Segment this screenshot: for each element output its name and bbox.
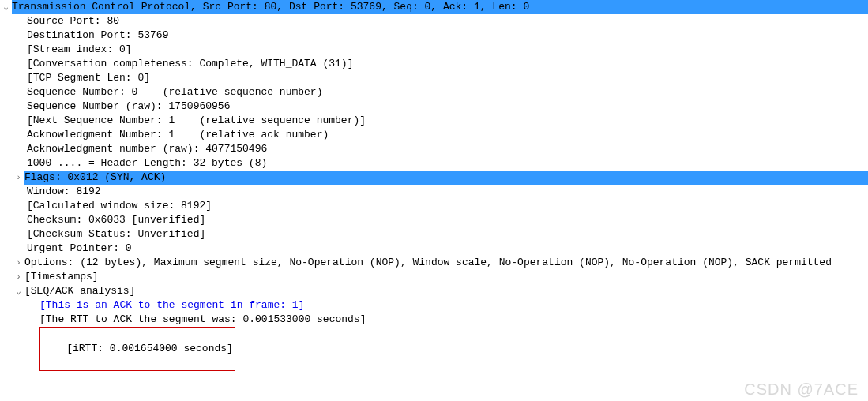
ack-frame-link[interactable]: [This is an ACK to the segment in frame:… [39,298,304,313]
seq-ack-analysis-text: [SEQ/ACK analysis] [24,284,135,298]
chevron-down-icon[interactable]: ⌄ [2,0,10,14]
seq-num-raw-row[interactable]: Sequence Number (raw): 1750960956 [0,99,868,114]
chevron-right-icon[interactable]: › [14,270,23,284]
source-port-row[interactable]: Source Port: 80 [0,14,868,28]
checksum-row[interactable]: Checksum: 0x6033 [unverified] [0,213,868,227]
timestamps-row[interactable]: › [Timestamps] [0,270,868,284]
dest-port-text: Destination Port: 53769 [27,28,168,43]
chevron-right-icon[interactable]: › [14,256,23,270]
ack-num-text: Acknowledgment Number: 1 (relative ack n… [27,128,329,142]
rtt-to-ack-row[interactable]: [The RTT to ACK the segment was: 0.00153… [0,313,868,327]
irtt-row[interactable]: [iRTT: 0.001654000 seconds] [0,327,868,371]
rtt-to-ack-text: [The RTT to ACK the segment was: 0.00153… [39,313,366,327]
irtt-text: [iRTT: 0.001654000 seconds] [66,343,233,354]
seq-ack-analysis-row[interactable]: ⌄ [SEQ/ACK analysis] [0,284,868,298]
calc-window-text: [Calculated window size: 8192] [27,199,212,213]
tcp-header-row[interactable]: ⌄ Transmission Control Protocol, Src Por… [0,0,868,14]
calc-window-row[interactable]: [Calculated window size: 8192] [0,199,868,213]
seq-num-text: Sequence Number: 0 (relative sequence nu… [27,85,322,99]
ack-link-row[interactable]: [This is an ACK to the segment in frame:… [0,298,868,313]
dest-port-row[interactable]: Destination Port: 53769 [0,28,868,43]
timestamps-text: [Timestamps] [24,270,99,284]
checksum-status-row[interactable]: [Checksum Status: Unverified] [0,227,868,242]
stream-index-row[interactable]: [Stream index: 0] [0,43,868,57]
source-port-text: Source Port: 80 [27,14,119,28]
header-len-text: 1000 .... = Header Length: 32 bytes (8) [27,156,267,171]
flags-row[interactable]: › Flags: 0x012 (SYN, ACK) [0,171,868,185]
next-seq-text: [Next Sequence Number: 1 (relative seque… [27,114,366,128]
conv-completeness-text: [Conversation completeness: Complete, WI… [27,57,353,71]
tcp-seg-len-text: [TCP Segment Len: 0] [27,71,150,85]
ack-num-raw-text: Acknowledgment number (raw): 4077150496 [27,142,267,156]
checksum-text: Checksum: 0x6033 [unverified] [27,213,205,227]
tcp-seg-len-row[interactable]: [TCP Segment Len: 0] [0,71,868,85]
chevron-down-icon[interactable]: ⌄ [14,284,23,298]
ack-num-row[interactable]: Acknowledgment Number: 1 (relative ack n… [0,128,868,142]
tcp-header-text: Transmission Control Protocol, Src Port:… [12,0,868,14]
options-text: Options: (12 bytes), Maximum segment siz… [24,256,832,270]
urgent-ptr-text: Urgent Pointer: 0 [27,242,132,256]
next-seq-row[interactable]: [Next Sequence Number: 1 (relative seque… [0,114,868,128]
ack-num-raw-row[interactable]: Acknowledgment number (raw): 4077150496 [0,142,868,156]
chevron-right-icon[interactable]: › [14,171,23,185]
options-row[interactable]: › Options: (12 bytes), Maximum segment s… [0,256,868,270]
conv-completeness-row[interactable]: [Conversation completeness: Complete, WI… [0,57,868,71]
flags-text: Flags: 0x012 (SYN, ACK) [24,171,868,185]
window-row[interactable]: Window: 8192 [0,185,868,199]
checksum-status-text: [Checksum Status: Unverified] [27,227,205,242]
window-text: Window: 8192 [27,185,101,199]
seq-num-raw-text: Sequence Number (raw): 1750960956 [27,99,230,114]
header-len-row[interactable]: 1000 .... = Header Length: 32 bytes (8) [0,156,868,171]
seq-num-row[interactable]: Sequence Number: 0 (relative sequence nu… [0,85,868,99]
irtt-highlight-box: [iRTT: 0.001654000 seconds] [39,327,235,371]
urgent-ptr-row[interactable]: Urgent Pointer: 0 [0,242,868,256]
stream-index-text: [Stream index: 0] [27,43,132,57]
